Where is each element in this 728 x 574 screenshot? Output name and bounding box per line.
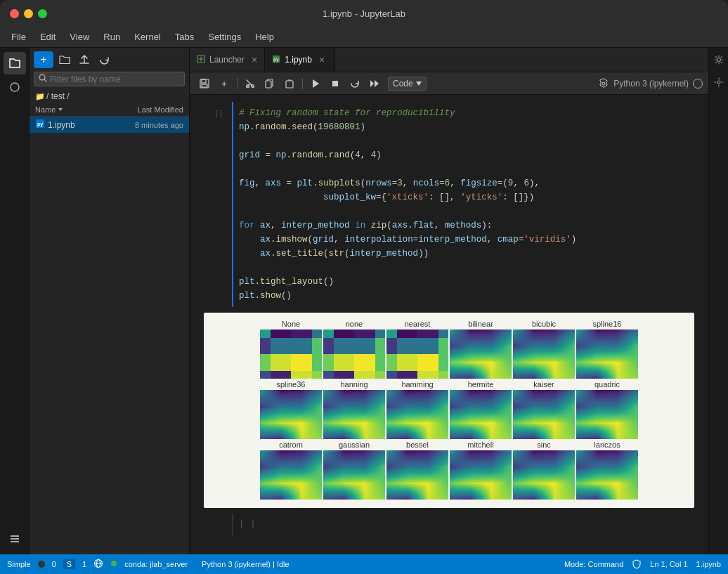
img-label-hamming: hamming <box>401 380 433 389</box>
editor-area: Launcher × py 1.ipynb × <box>190 48 708 554</box>
file-icon: py <box>35 119 45 131</box>
sidebar-icon-circle[interactable] <box>4 76 26 98</box>
right-icon-tools[interactable] <box>711 74 727 90</box>
tab-launcher[interactable]: Launcher × <box>190 48 265 72</box>
code-line-11: ax.set_title(str(interp_method)) <box>239 247 689 261</box>
img-cell-nearest: nearest <box>386 320 448 379</box>
svg-point-0 <box>11 83 19 91</box>
copy-button[interactable] <box>261 75 279 92</box>
cut-button[interactable] <box>241 75 259 92</box>
s-badge: S <box>63 559 75 569</box>
mode-label: Mode: Command <box>564 560 623 568</box>
notebook-toolbar: + <box>190 72 708 95</box>
file-name: 1.ipynb <box>48 120 106 130</box>
img-canvas-sinc <box>513 450 575 500</box>
menu-run[interactable]: Run <box>98 30 126 44</box>
img-canvas-lanczos <box>576 450 638 500</box>
col-modified: Last Modified <box>106 105 183 114</box>
sort-name-button[interactable]: Name <box>35 105 106 114</box>
right-icon-gear[interactable] <box>711 52 727 67</box>
open-folder-icon[interactable] <box>56 51 73 68</box>
img-canvas-none <box>260 330 322 379</box>
img-cell-mitchell: mitchell <box>450 441 512 500</box>
refresh-icon[interactable] <box>96 51 112 68</box>
cell-gutter: [ ] <box>204 102 232 307</box>
paste-button[interactable] <box>280 75 299 92</box>
new-file-button[interactable]: + <box>34 51 53 68</box>
mode-circle <box>38 561 45 568</box>
code-block[interactable]: # Fixing random state for reproducibilit… <box>232 102 694 307</box>
code-cell: [ ] # Fixing random state for reproducib… <box>204 102 694 307</box>
img-cell-kaiser: kaiser <box>513 380 575 439</box>
tab-notebook[interactable]: py 1.ipynb × <box>265 48 335 72</box>
sidebar-icon-list[interactable] <box>4 528 26 550</box>
code-line-2: np.random.seed(19680801) <box>239 120 689 134</box>
img-canvas-hanning <box>323 390 385 439</box>
ln-col: Ln 1, Col 1 <box>650 560 687 568</box>
restart-button[interactable] <box>346 75 364 92</box>
breadcrumb-text: / test / <box>46 91 70 101</box>
svg-point-4 <box>39 74 45 80</box>
cell-body[interactable]: # Fixing random state for reproducibilit… <box>232 102 694 307</box>
img-label-spline36: spline36 <box>277 380 306 389</box>
close-button[interactable] <box>10 9 19 18</box>
img-label-mitchell: mitchell <box>467 441 493 449</box>
run-button[interactable] <box>306 75 325 92</box>
code-line-13: plt.tight_layout() <box>239 275 689 289</box>
cell-type-select[interactable]: Code <box>388 77 427 91</box>
code-line-7: subplot_kw={'xticks': [], 'yticks': []}) <box>239 190 689 204</box>
menu-settings[interactable]: Settings <box>202 30 247 44</box>
shield-icon <box>632 559 642 569</box>
code-line-8 <box>239 204 689 218</box>
kernel-name: Python 3 (ipykernel) <box>613 79 689 89</box>
menu-view[interactable]: View <box>64 30 95 44</box>
notebook-content[interactable]: [ ] # Fixing random state for reproducib… <box>190 95 708 554</box>
minimize-button[interactable] <box>24 9 33 18</box>
img-label-spline16: spline16 <box>593 320 622 328</box>
img-label-none2: none <box>346 320 363 328</box>
stop-button[interactable] <box>326 75 344 92</box>
image-row-1: None none nearest bilinear <box>211 320 687 379</box>
img-cell-hermite: hermite <box>450 380 512 439</box>
sidebar-icon-files[interactable] <box>4 52 26 74</box>
tab-notebook-close[interactable]: × <box>319 54 325 65</box>
main-content: + <box>0 48 728 554</box>
fastforward-button[interactable] <box>365 75 384 92</box>
traffic-lights <box>10 9 47 18</box>
menu-help[interactable]: Help <box>249 30 280 44</box>
img-cell-lanczos: lanczos <box>576 441 638 500</box>
svg-text:py: py <box>37 122 43 127</box>
img-canvas-quadric <box>576 390 638 439</box>
menu-tabs[interactable]: Tabs <box>169 30 200 44</box>
img-cell-hamming: hamming <box>386 380 448 439</box>
kernel-circle <box>693 79 703 89</box>
file-modified: 8 minutes ago <box>106 121 183 129</box>
svg-rect-18 <box>286 81 293 88</box>
upload-icon[interactable] <box>76 51 93 68</box>
empty-cell-body[interactable]: [ ] <box>232 514 694 537</box>
menu-kernel[interactable]: Kernel <box>129 30 167 44</box>
search-icon <box>39 74 47 84</box>
save-button[interactable] <box>195 75 214 92</box>
filename: 1.ipynb <box>696 560 721 568</box>
server-name: conda: jlab_server <box>124 560 188 568</box>
img-cell-bicubic: bicubic <box>513 320 575 379</box>
svg-rect-19 <box>332 81 338 86</box>
search-bar[interactable] <box>34 72 185 86</box>
menu-edit[interactable]: Edit <box>34 30 61 44</box>
code-line-12 <box>239 261 689 275</box>
menu-file[interactable]: File <box>6 30 32 44</box>
breadcrumb: 📁 / test / <box>30 89 189 103</box>
file-toolbar: + <box>30 48 189 72</box>
tab-launcher-icon <box>197 55 205 65</box>
tab-launcher-close[interactable]: × <box>252 54 257 65</box>
maximize-button[interactable] <box>38 9 47 18</box>
conda-badge <box>110 560 117 568</box>
empty-cell-gutter <box>204 514 232 537</box>
file-row[interactable]: py 1.ipynb 8 minutes ago <box>30 117 189 133</box>
img-cell-hanning: hanning <box>323 380 385 439</box>
add-cell-button[interactable]: + <box>215 75 233 92</box>
svg-rect-17 <box>266 81 271 88</box>
img-canvas-bilinear <box>450 330 512 379</box>
search-input[interactable] <box>50 74 180 84</box>
